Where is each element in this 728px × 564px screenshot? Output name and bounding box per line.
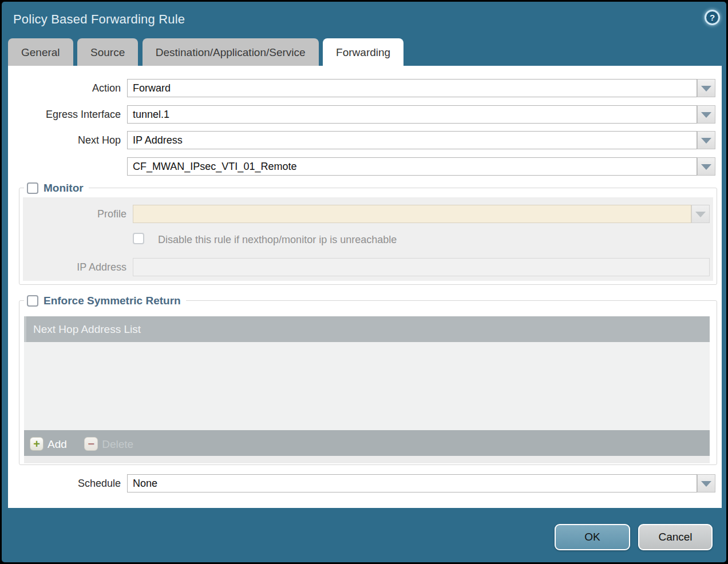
add-button[interactable]: +Add (30, 431, 67, 457)
next-hop-address-list-table: Next Hop Address List +Add −Delete (24, 316, 710, 463)
disable-rule-label: Disable this rule if nexthop/monitor ip … (158, 233, 397, 247)
ip-address-row: IP Address (8, 258, 722, 276)
schedule-select[interactable]: None (127, 474, 697, 492)
table-bottom-strip (24, 456, 710, 463)
disable-rule-checkbox (133, 233, 144, 244)
policy-based-forwarding-dialog: Policy Based Forwarding Rule ? General S… (2, 2, 726, 562)
action-row: Action Forward (8, 79, 722, 97)
next-hop-dropdown-button[interactable] (697, 131, 715, 149)
ok-button[interactable]: OK (555, 524, 630, 550)
next-hop-address-select[interactable]: CF_MWAN_IPsec_VTI_01_Remote (127, 157, 697, 176)
help-icon[interactable]: ? (705, 10, 720, 25)
forwarding-tab-panel: Action Forward Egress Interface tunnel.1… (8, 66, 722, 508)
next-hop-address-list-header: Next Hop Address List (24, 316, 710, 342)
monitor-checkbox[interactable] (27, 182, 38, 194)
next-hop-address-list-toolbar: +Add −Delete (24, 430, 710, 456)
monitor-legend: Monitor (24, 180, 89, 195)
egress-interface-select[interactable]: tunnel.1 (127, 105, 697, 124)
next-hop-address-row: CF_MWAN_IPsec_VTI_01_Remote (8, 157, 722, 176)
schedule-label: Schedule (8, 474, 121, 492)
disable-rule-row: Disable this rule if nexthop/monitor ip … (133, 233, 648, 247)
delete-button: −Delete (84, 431, 133, 457)
profile-dropdown-button (691, 205, 710, 223)
action-label: Action (8, 79, 121, 97)
profile-row: Profile (8, 205, 722, 223)
chevron-down-icon (701, 112, 711, 118)
tab-bar: General Source Destination/Application/S… (8, 38, 405, 66)
next-hop-address-dropdown-button[interactable] (697, 157, 715, 176)
delete-button-label: Delete (102, 438, 133, 450)
schedule-dropdown-button[interactable] (697, 474, 715, 492)
minus-icon: − (84, 437, 98, 451)
enforce-symmetric-return-title: Enforce Symmetric Return (43, 293, 181, 308)
ip-address-input (133, 258, 710, 276)
chevron-down-icon (701, 86, 711, 92)
egress-interface-label: Egress Interface (8, 105, 121, 124)
tab-general[interactable]: General (8, 38, 73, 66)
enforce-symmetric-return-checkbox[interactable] (27, 295, 38, 307)
tab-destination-application-service[interactable]: Destination/Application/Service (143, 38, 319, 66)
egress-interface-dropdown-button[interactable] (697, 105, 715, 124)
enforce-symmetric-return-legend: Enforce Symmetric Return (24, 293, 186, 308)
action-dropdown-button[interactable] (697, 79, 715, 97)
profile-label: Profile (8, 205, 126, 223)
dialog-title: Policy Based Forwarding Rule (13, 12, 185, 27)
chevron-down-icon (695, 212, 706, 217)
next-hop-select[interactable]: IP Address (127, 131, 697, 149)
tab-forwarding[interactable]: Forwarding (323, 38, 403, 66)
next-hop-label: Next Hop (8, 131, 121, 149)
plus-icon: + (30, 437, 43, 451)
add-button-label: Add (48, 438, 67, 450)
chevron-down-icon (701, 164, 711, 170)
monitor-section-title: Monitor (43, 181, 84, 196)
chevron-down-icon (701, 138, 711, 144)
next-hop-row: Next Hop IP Address (8, 131, 722, 149)
profile-select (133, 205, 691, 223)
ip-address-label: IP Address (8, 258, 126, 276)
action-select[interactable]: Forward (127, 79, 697, 97)
chevron-down-icon (701, 481, 711, 487)
egress-interface-row: Egress Interface tunnel.1 (8, 105, 722, 124)
schedule-row: Schedule None (8, 474, 722, 492)
cancel-button[interactable]: Cancel (638, 524, 713, 550)
tab-source[interactable]: Source (77, 38, 138, 66)
next-hop-address-list-body (24, 342, 710, 430)
